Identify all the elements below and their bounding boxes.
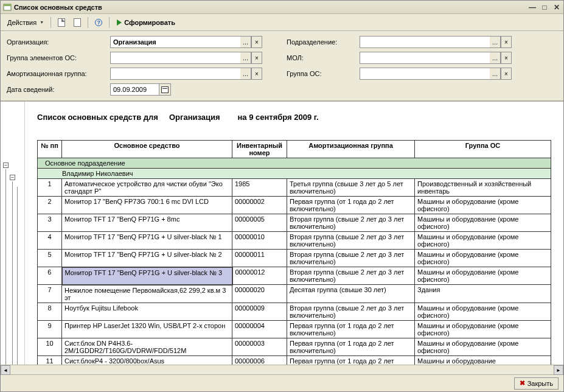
org-select-button[interactable]: … [240,36,251,48]
mol-select-button[interactable]: … [490,52,501,64]
amort-group-input-wrap: … × [110,68,262,80]
cell: Сист.блок DN P4H3.6-2M/1GDDR2/T160G/DVDR… [62,338,232,355]
org-label: Организация: [7,38,110,46]
os-group-input[interactable] [360,68,490,80]
scroll-left-button[interactable]: ◄ [1,365,10,375]
table-row[interactable]: 6Монитор TFT 17 "BenQ FP71G + U silver-b… [38,267,551,285]
cell: 4 [38,232,62,250]
toolbar: Действия ▼ ? Сформировать [1,14,563,31]
cell: Первая группа (от 1 года до 2 лет [287,355,415,365]
date-input[interactable] [110,83,159,96]
filter-panel: Организация: … × Подразделение: … × Груп… [1,31,563,101]
cell: Первая группа (от 1 года до 2 лет включи… [287,338,415,355]
cell: Машины и оборудование (кроме офисного) [415,214,551,232]
new-doc-button[interactable] [55,16,68,29]
group2-cell: Владимир Николаевич [38,169,551,179]
mol-clear-button[interactable]: × [501,52,512,64]
amort-group-select-button[interactable]: … [240,68,251,80]
outline-collapse-1[interactable]: − [3,163,9,168]
elem-group-input[interactable] [110,52,240,64]
dept-clear-button[interactable]: × [501,36,512,48]
group-row-2[interactable]: Владимир Николаевич [38,169,551,179]
org-clear-button[interactable]: × [251,36,262,48]
cell: Первая группа (от 1 года до 2 лет включи… [287,320,415,338]
cell: Ноутбук Fujitsu Lifebook [62,303,232,320]
maximize-button[interactable]: □ [540,3,549,12]
close-label: Закрыть [527,380,553,387]
table-row[interactable]: 7Нежилое помещение Первомайская,62 299,2… [38,285,551,303]
form-report-button[interactable]: Сформировать [113,16,179,29]
scroll-right-button[interactable]: ► [554,365,563,375]
os-group-label: Группа ОС: [287,70,360,77]
horizontal-scrollbar[interactable]: ◄ ► [1,365,563,374]
cell: 00000005 [232,214,287,232]
table-row[interactable]: 4Монитор TFT 17 "BenQ FP71G + U silver-b… [38,232,551,250]
table-header-row: № пп Основное средство Инвентарный номер… [38,141,551,158]
dept-input[interactable] [360,36,490,48]
restore-icon [74,18,81,27]
separator [50,17,51,28]
elem-group-clear-button[interactable]: × [251,52,262,64]
mol-input-wrap: … × [360,52,512,64]
new-doc-icon [58,18,65,27]
amort-group-input[interactable] [110,68,240,80]
amort-group-clear-button[interactable]: × [251,68,262,80]
elem-group-select-button[interactable]: … [240,52,251,64]
dept-select-button[interactable]: … [490,36,501,48]
title-org: Организация [169,113,220,122]
os-group-select-button[interactable]: … [490,68,501,80]
calendar-button[interactable] [159,83,171,96]
cell: 00000002 [232,197,287,214]
separator [88,17,88,28]
col-inv-header: Инвентарный номер [232,141,287,158]
cell: 00000011 [232,250,287,267]
os-group-clear-button[interactable]: × [501,68,512,80]
report-area[interactable]: − − Список основных средств для Организа… [1,101,563,365]
table-row[interactable]: 9Принтер HP LaserJet 1320 Win, USB/LPT 2… [38,320,551,338]
date-label: Дата сведений: [7,86,110,93]
close-button[interactable]: ✖ Закрыть [514,377,559,390]
cell: Вторая группа (свыше 2 лет до 3 лет вклю… [287,267,415,285]
outline-collapse-2[interactable]: − [10,175,15,180]
cell: Автоматическое устройство для чистки обу… [62,179,232,197]
cell: Машины и оборудование (кроме офисного) [415,303,551,320]
cell: Здания [415,285,551,303]
title-prefix: Список основных средств для [37,113,158,122]
group-row-1[interactable]: Основное подразделение [38,158,551,169]
restore-settings-button[interactable] [71,16,84,29]
col-amort-header: Амортизационная группа [287,141,415,158]
table-row[interactable]: 1Автоматическое устройство для чистки об… [38,179,551,197]
outline-line [5,169,6,365]
cell: 1 [38,179,62,197]
help-button[interactable]: ? [92,16,105,29]
mol-input[interactable] [360,52,490,64]
actions-menu-button[interactable]: Действия ▼ [4,16,47,29]
cell: 1985 [232,179,287,197]
date-input-wrap [110,83,262,96]
table-row[interactable]: 10Сист.блок DN P4H3.6-2M/1GDDR2/T160G/DV… [38,338,551,355]
table-row[interactable]: 3Монитор TFT 17 "BenQ FP71G + 8mc0000000… [38,214,551,232]
app-icon [3,3,12,12]
minimize-button[interactable]: — [528,3,537,12]
outline-line [17,187,18,365]
window-controls: — □ ✕ [528,3,561,12]
cell: 7 [38,285,62,303]
cell: 00000012 [232,267,287,285]
table-row[interactable]: 5Монитор TFT 17 "BenQ FP71G + U silver-b… [38,250,551,267]
table-row[interactable]: 2Монитор 17 "BenQ FP73G 700:1 6 mc DVI L… [38,197,551,214]
report-table: № пп Основное средство Инвентарный номер… [37,140,551,365]
cell: 10 [38,338,62,355]
table-row[interactable]: 8Ноутбук Fujitsu Lifebook00000009Вторая … [38,303,551,320]
actions-label: Действия [7,19,37,26]
cell: Машины и оборудование (кроме офисного) [415,267,551,285]
report-title: Список основных средств для Организация … [37,113,551,122]
col-name-header: Основное средство [62,141,232,158]
table-row[interactable]: 11Сист.блокP4 - 3200/800box/Asus00000006… [38,355,551,365]
calendar-icon [161,86,169,93]
dept-label: Подразделение: [287,38,360,46]
cell: 3 [38,214,62,232]
cell: Сист.блокP4 - 3200/800box/Asus [62,355,232,365]
elem-group-input-wrap: … × [110,52,262,64]
close-window-button[interactable]: ✕ [552,3,561,12]
org-input[interactable] [110,36,240,48]
